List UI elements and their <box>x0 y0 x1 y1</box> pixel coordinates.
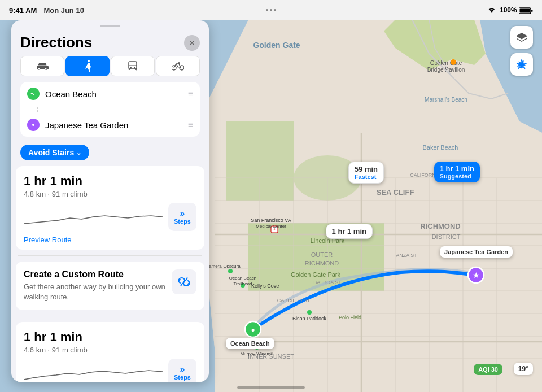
custom-route-text: Create a Custom Route Get there another … <box>24 269 166 302</box>
suggested-time: 1 hr 1 min <box>440 164 474 173</box>
wifi-icon <box>487 7 496 14</box>
status-time: 9:41 AM <box>9 6 37 15</box>
route2-steps-button[interactable]: » Steps <box>168 359 196 382</box>
route-card-1: 1 hr 1 min 4.8 km · 91 m climb » Steps P… <box>16 166 204 250</box>
route1-steps-label: Steps <box>174 218 191 225</box>
route-connector <box>20 106 200 113</box>
svg-text:Camera-Obscura: Camera-Obscura <box>206 264 241 269</box>
tab-transit[interactable] <box>111 56 155 76</box>
svg-point-51 <box>228 269 233 273</box>
svg-text:Ocean Beach: Ocean Beach <box>229 276 256 281</box>
route2-row: » Steps <box>24 359 196 382</box>
route1-preview-link[interactable]: Preview Route <box>24 236 196 244</box>
waypoint-destination[interactable]: Japanese Tea Garden ≡ <box>20 113 200 137</box>
map-buttons <box>510 26 533 76</box>
custom-route-title: Create a Custom Route <box>24 269 166 280</box>
layers-icon <box>515 31 528 43</box>
route1-elevation <box>24 208 163 226</box>
svg-rect-2 <box>531 10 533 12</box>
steps-chevron-icon: » <box>180 209 185 218</box>
divider-2 <box>18 316 202 316</box>
transport-tabs <box>11 56 209 82</box>
location-icon <box>516 59 527 70</box>
origin-drag: ≡ <box>188 89 193 99</box>
filter-row: Avoid Stairs ⌄ <box>11 141 209 166</box>
avoid-stairs-button[interactable]: Avoid Stairs ⌄ <box>20 145 89 160</box>
tab-walk[interactable] <box>65 56 110 76</box>
svg-point-71 <box>134 67 136 69</box>
svg-point-53 <box>307 310 312 315</box>
waypoint-origin[interactable]: Ocean Beach ≡ <box>20 82 200 106</box>
svg-text:Marshall's Beach: Marshall's Beach <box>425 97 467 103</box>
wave-icon <box>30 90 37 97</box>
home-indicator <box>237 386 305 389</box>
fastest-time: 59 min <box>355 165 378 173</box>
close-button[interactable]: × <box>184 35 200 51</box>
svg-text:Golden Gate: Golden Gate <box>430 60 462 66</box>
svg-point-66 <box>45 68 47 70</box>
destination-name: Japanese Tea Garden <box>45 120 182 130</box>
plain-route-callout[interactable]: 1 hr 1 min <box>326 224 373 239</box>
suggested-label: Suggested <box>440 173 474 180</box>
svg-point-44 <box>451 59 456 65</box>
svg-point-65 <box>38 68 40 70</box>
tab-bike[interactable] <box>156 56 200 76</box>
svg-text:RICHMOND: RICHMOND <box>420 222 461 230</box>
svg-text:Bison Paddock: Bison Paddock <box>292 316 327 321</box>
route1-steps-button[interactable]: » Steps <box>168 203 196 231</box>
svg-rect-1 <box>520 8 530 12</box>
svg-text:Trailhead: Trailhead <box>233 281 252 286</box>
tab-car[interactable] <box>20 56 64 76</box>
routes-scroll[interactable]: 1 hr 1 min 4.8 km · 91 m climb » Steps P… <box>11 166 209 382</box>
avoid-stairs-label: Avoid Stairs <box>28 148 74 157</box>
temperature-badge: 19° <box>514 363 533 375</box>
svg-point-67 <box>88 60 90 62</box>
close-icon: × <box>190 38 194 47</box>
route2-elevation <box>24 364 163 382</box>
svg-text:Medical Center: Medical Center <box>256 224 286 229</box>
status-dots <box>266 9 276 11</box>
suggested-route-callout[interactable]: 1 hr 1 min Suggested <box>434 162 480 182</box>
transit-icon <box>127 60 138 72</box>
divider-1 <box>18 255 202 256</box>
tea-garden-label: Japanese Tea Garden <box>440 246 513 258</box>
ocean-beach-label: Ocean Beach <box>226 338 274 349</box>
route2-details: 4.6 km · 91 m climb <box>24 346 196 354</box>
status-bar: 9:41 AM Mon Jun 10 100% <box>0 0 542 20</box>
svg-text:San Francisco VA: San Francisco VA <box>251 217 291 223</box>
battery-level: 100% <box>500 6 533 14</box>
svg-text:SEA CLIFF: SEA CLIFF <box>377 188 414 197</box>
route1-time: 1 hr 1 min <box>24 174 196 189</box>
walk-icon <box>83 60 92 72</box>
origin-name: Ocean Beach <box>45 89 182 99</box>
map-layers-button[interactable] <box>510 26 533 49</box>
svg-text:CABRILLO ST: CABRILLO ST <box>277 298 311 303</box>
route1-row: » Steps <box>24 203 196 231</box>
svg-text:Baker Beach: Baker Beach <box>423 144 458 151</box>
svg-text:★: ★ <box>473 271 480 280</box>
svg-point-76 <box>178 62 180 64</box>
bike-icon <box>172 62 184 71</box>
waypoints-container: Ocean Beach ≡ Japanese Tea Garden ≡ <box>20 82 200 137</box>
svg-text:Golden Gate: Golden Gate <box>253 41 300 50</box>
fastest-route-callout[interactable]: 59 min Fastest <box>348 162 384 184</box>
destination-icon <box>27 119 40 131</box>
chevron-down-icon: ⌄ <box>76 149 81 156</box>
destination-pin-icon <box>30 121 37 128</box>
status-icons: 100% <box>487 6 533 14</box>
svg-text:●: ● <box>251 326 255 334</box>
route-card-2: 1 hr 1 min 4.6 km · 91 m climb » Steps P… <box>16 322 204 382</box>
car-icon <box>36 62 49 71</box>
svg-text:OUTER: OUTER <box>311 251 333 258</box>
svg-point-70 <box>130 67 132 69</box>
origin-icon <box>27 88 40 100</box>
route2-steps-label: Steps <box>174 374 191 381</box>
location-button[interactable] <box>510 53 533 76</box>
svg-text:RICHMOND: RICHMOND <box>305 260 339 267</box>
svg-text:DISTRICT: DISTRICT <box>432 233 461 240</box>
route1-details: 4.8 km · 91 m climb <box>24 190 196 198</box>
custom-route-desc: Get there another way by building your o… <box>24 282 166 302</box>
custom-route-button[interactable] <box>172 269 196 294</box>
custom-route-icon <box>177 276 191 288</box>
fastest-label: Fastest <box>355 173 378 180</box>
